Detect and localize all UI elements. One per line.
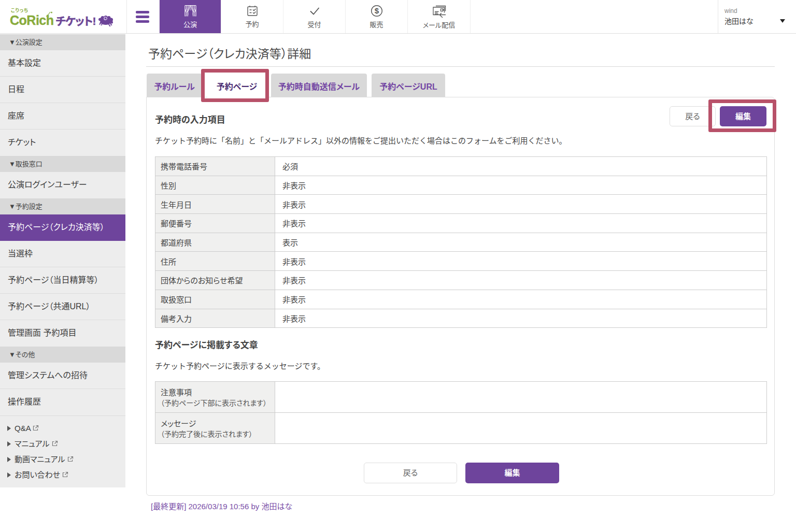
svg-text:$: $ [374,6,379,15]
